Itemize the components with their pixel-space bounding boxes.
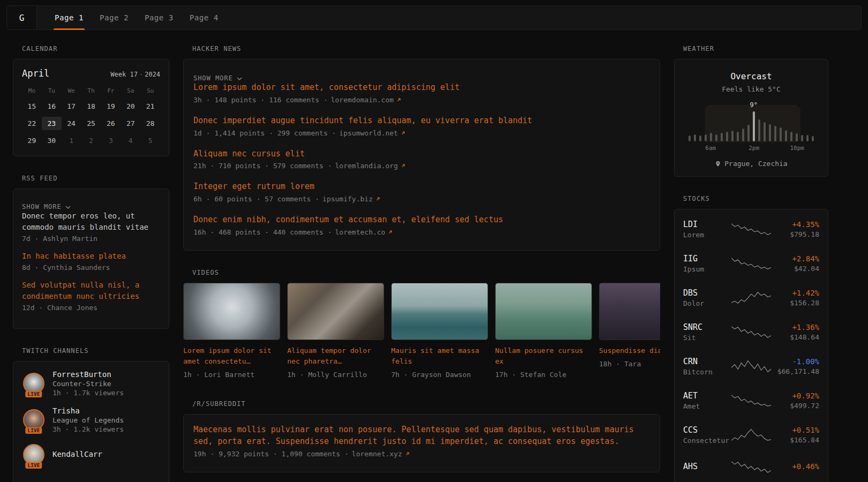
rss-title-link[interactable]: Donec tempor eros leo, ut commodo mauris… — [22, 210, 160, 233]
calendar-day[interactable]: 25 — [81, 117, 101, 130]
stock-change: +0.46% — [771, 462, 819, 471]
nav-tab[interactable]: Page 3 — [137, 6, 182, 29]
weather-bar — [737, 132, 739, 141]
external-link[interactable]: loremtech.co — [335, 228, 393, 236]
calendar-day[interactable]: 2 — [81, 134, 101, 147]
channel-name-link[interactable]: Trisha — [53, 406, 124, 415]
weather-section: WEATHER Overcast Feels like 5°C 9° 6am 2… — [674, 45, 828, 177]
nav-tab[interactable]: Page 4 — [182, 6, 227, 29]
post-meta: 19h · 9,932 points · 1,090 comments · lo… — [193, 450, 650, 458]
rss-title-link[interactable]: In hac habitasse platea — [22, 251, 160, 262]
section-title-weather: WEATHER — [683, 45, 828, 52]
stock-row[interactable]: AHS +0.46% — [683, 452, 819, 482]
calendar-day[interactable]: 24 — [62, 117, 81, 130]
calendar-day[interactable]: 16 — [42, 100, 62, 113]
news-title-link[interactable]: Donec enim nibh, condimentum et accumsan… — [193, 214, 650, 226]
calendar-day[interactable]: 21 — [140, 100, 160, 113]
hackernews-show-more-button[interactable]: SHOW MORE — [193, 74, 242, 82]
rss-meta: 8d · Cynthia Saunders — [22, 263, 160, 272]
twitch-channel[interactable]: LIVE Trisha League of Legends 3h · 1.2k … — [22, 406, 160, 433]
weather-feels-like: Feels like 5°C — [683, 85, 819, 93]
calendar-day[interactable]: 4 — [121, 134, 140, 147]
stock-values: +0.92% $499.72 — [771, 391, 819, 410]
stock-price: $66,171.48 — [771, 367, 819, 375]
video-title-link[interactable]: Nullam posuere cursus ex — [495, 345, 592, 367]
stock-change: +0.51% — [771, 426, 819, 434]
external-link[interactable]: ipsumworld.net — [339, 129, 406, 137]
calendar-day[interactable]: 23 — [42, 117, 62, 130]
calendar-day[interactable]: 30 — [42, 134, 62, 147]
stock-symbol: CCS — [683, 425, 731, 435]
weather-bar — [742, 129, 744, 141]
video-meta: 17h · Stefan Cole — [495, 371, 592, 379]
twitch-channel[interactable]: LIVE ForrestBurton Counter-Strike 1h · 1… — [22, 370, 160, 397]
external-link-icon — [387, 229, 393, 235]
stock-row[interactable]: CRN Bitcorn -1.00% $66,171.48 — [683, 349, 819, 383]
external-link[interactable]: loremdomain.com — [331, 96, 401, 104]
calendar-day[interactable]: 1 — [62, 134, 81, 147]
stock-row[interactable]: DBS Dolor +1.42% $156.28 — [683, 281, 819, 315]
news-item: Integer eget rutrum lorem 6h · 60 points… — [193, 181, 650, 203]
stock-row[interactable]: CCS Consectetur +0.51% $165.84 — [683, 418, 819, 452]
calendar-month: April — [22, 68, 49, 79]
live-badge: LIVE — [25, 391, 42, 397]
stock-row[interactable]: IIG Ipsum +2.84% $42.04 — [683, 246, 819, 281]
weather-bar — [790, 132, 792, 141]
video-title-link[interactable]: Mauris sit amet massa felis — [391, 345, 488, 367]
news-title-link[interactable]: Integer eget rutrum lorem — [193, 181, 650, 193]
video-title-link[interactable]: Suspendisse diam — [599, 345, 660, 356]
calendar-day[interactable]: 22 — [22, 117, 42, 130]
post-title-link[interactable]: Maecenas mollis pulvinar erat non posuer… — [193, 424, 650, 448]
calendar-day[interactable]: 27 — [121, 117, 140, 130]
weather-bar — [780, 127, 782, 141]
location-pin-icon — [715, 161, 721, 167]
channel-name-link[interactable]: KendallCarr — [53, 450, 102, 458]
stock-name: Bitcorn — [683, 368, 731, 376]
rss-item: In hac habitasse platea 8d · Cynthia Sau… — [22, 251, 160, 272]
news-title-link[interactable]: Aliquam nec cursus elit — [193, 148, 650, 160]
weather-bar — [705, 134, 707, 141]
news-title-link[interactable]: Donec imperdiet augue tincidunt felis al… — [193, 115, 650, 127]
stock-row[interactable]: LDI Lorem +4.35% $795.18 — [683, 212, 819, 246]
video-title-link[interactable]: Lorem ipsum dolor sit amet consectetu… — [183, 345, 280, 367]
news-title-link[interactable]: Lorem ipsum dolor sit amet, consectetur … — [193, 82, 650, 94]
calendar-day[interactable]: 18 — [81, 100, 101, 113]
weather-bar — [731, 131, 734, 141]
twitch-channel[interactable]: LIVE KendallCarr — [22, 443, 160, 466]
external-link[interactable]: ipsumify.biz — [323, 195, 381, 203]
rss-title-link[interactable]: Sed volutpat nulla nisl, a condimentum n… — [22, 280, 160, 302]
video-thumbnail[interactable] — [287, 283, 384, 340]
stock-name: Amet — [683, 402, 731, 410]
news-item: Aliquam nec cursus elit 21h · 710 points… — [193, 148, 650, 170]
external-link[interactable]: loremnet.xyz — [352, 450, 410, 458]
subreddit-card: Maecenas mollis pulvinar erat non posuer… — [183, 414, 660, 472]
channel-info: ForrestBurton Counter-Strike 1h · 1.7k v… — [53, 370, 124, 397]
external-link[interactable]: loremlandia.org — [335, 162, 406, 170]
stock-row[interactable]: SNRC Sit +1.36% $148.64 — [683, 315, 819, 349]
video-thumbnail[interactable] — [599, 283, 660, 340]
calendar-day[interactable]: 17 — [62, 100, 81, 113]
calendar-day[interactable]: 28 — [140, 117, 160, 130]
video-title-link[interactable]: Aliquam tempor dolor nec pharetra… — [287, 345, 384, 367]
video-thumbnail[interactable] — [183, 283, 280, 340]
weather-bar — [812, 136, 814, 141]
top-nav: G Page 1 Page 2 Page 3 Page 4 — [6, 5, 862, 30]
news-item: Lorem ipsum dolor sit amet, consectetur … — [193, 82, 650, 104]
stock-row[interactable]: AET Amet +0.92% $499.72 — [683, 383, 819, 418]
stock-name: Sit — [683, 334, 731, 342]
rss-show-more-button[interactable]: SHOW MORE — [22, 203, 71, 210]
calendar-day[interactable]: 15 — [22, 100, 42, 113]
calendar-day[interactable]: 19 — [101, 100, 121, 113]
calendar-day[interactable]: 29 — [22, 134, 42, 147]
calendar-day[interactable]: 20 — [121, 100, 140, 113]
calendar-day[interactable]: 5 — [140, 134, 160, 147]
stock-symbol: SNRC — [683, 322, 731, 332]
calendar-day[interactable]: 3 — [101, 134, 121, 147]
nav-tab[interactable]: Page 2 — [92, 6, 137, 29]
calendar-day[interactable]: 26 — [101, 117, 121, 130]
twitch-card: LIVE ForrestBurton Counter-Strike 1h · 1… — [13, 361, 169, 482]
nav-tab[interactable]: Page 1 — [47, 6, 92, 29]
channel-name-link[interactable]: ForrestBurton — [53, 370, 124, 379]
video-thumbnail[interactable] — [495, 283, 592, 340]
video-thumbnail[interactable] — [391, 283, 488, 340]
